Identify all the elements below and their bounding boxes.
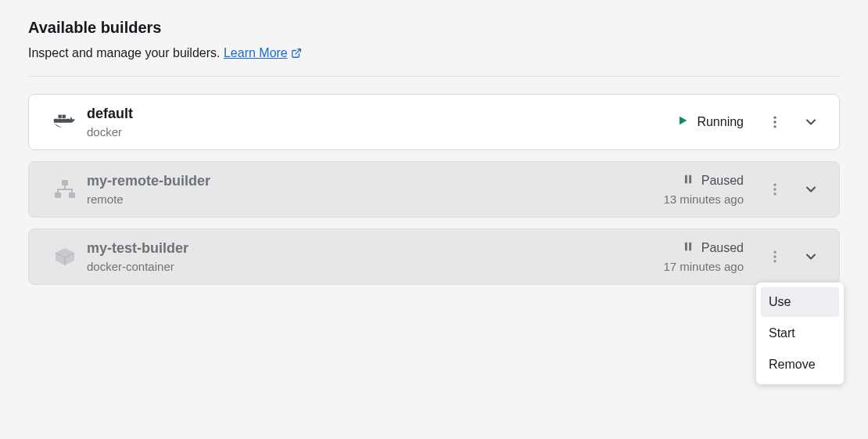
svg-rect-5 — [59, 115, 62, 118]
divider — [28, 76, 840, 77]
svg-point-17 — [773, 188, 776, 190]
expand-button[interactable] — [797, 175, 825, 203]
builder-row: default docker Running — [28, 94, 840, 150]
svg-rect-21 — [685, 242, 687, 250]
svg-point-16 — [773, 184, 776, 186]
svg-point-24 — [773, 255, 776, 257]
container-icon — [43, 246, 87, 267]
chevron-down-icon — [803, 114, 819, 130]
status-timestamp: 13 minutes ago — [663, 193, 744, 206]
builder-name: default — [87, 106, 676, 122]
svg-marker-7 — [680, 117, 687, 125]
svg-point-8 — [773, 117, 776, 119]
svg-rect-14 — [685, 175, 687, 183]
expand-button[interactable] — [797, 108, 825, 136]
kebab-menu-button[interactable] — [761, 243, 789, 271]
svg-point-18 — [773, 193, 776, 195]
menu-item-start[interactable]: Start — [761, 318, 839, 348]
learn-more-link[interactable]: Learn More — [224, 46, 302, 59]
docker-icon — [43, 112, 87, 132]
svg-point-25 — [773, 260, 776, 262]
svg-rect-15 — [689, 175, 691, 183]
builder-action-menu: Use Start Remove — [756, 282, 844, 384]
more-vertical-icon — [767, 182, 783, 197]
external-link-icon — [291, 48, 302, 62]
more-vertical-icon — [767, 114, 783, 130]
svg-rect-12 — [55, 193, 61, 198]
expand-button[interactable] — [797, 243, 825, 271]
builder-driver: remote — [87, 193, 663, 206]
builder-row: my-test-builder docker-container Paused … — [28, 228, 840, 285]
svg-rect-11 — [62, 180, 68, 185]
builder-driver: docker — [87, 125, 676, 139]
pause-icon — [683, 241, 694, 255]
pause-icon — [683, 174, 694, 188]
svg-point-23 — [773, 251, 776, 254]
svg-rect-22 — [689, 242, 691, 250]
chevron-down-icon — [803, 249, 819, 264]
builder-name: my-remote-builder — [87, 173, 663, 189]
status-text: Paused — [701, 241, 744, 255]
svg-point-10 — [773, 125, 776, 128]
status-text: Paused — [701, 174, 744, 188]
menu-item-remove[interactable]: Remove — [761, 350, 839, 380]
status-timestamp: 17 minutes ago — [663, 260, 744, 273]
section-description: Inspect and manage your builders. Learn … — [28, 46, 840, 62]
kebab-menu-button[interactable] — [761, 108, 789, 136]
network-icon — [43, 178, 87, 200]
section-title: Available builders — [28, 19, 840, 37]
svg-line-0 — [296, 49, 300, 54]
section-description-text: Inspect and manage your builders. — [28, 46, 224, 59]
more-vertical-icon — [767, 249, 783, 264]
play-icon — [676, 114, 689, 130]
status-text: Running — [697, 115, 744, 129]
menu-item-use[interactable]: Use — [761, 287, 839, 317]
svg-rect-13 — [69, 193, 75, 198]
chevron-down-icon — [803, 182, 819, 197]
builder-driver: docker-container — [87, 260, 663, 273]
svg-rect-6 — [63, 115, 66, 118]
builder-name: my-test-builder — [87, 240, 663, 257]
kebab-menu-button[interactable] — [761, 175, 789, 203]
builder-row: my-remote-builder remote Paused 13 minut… — [28, 161, 840, 218]
svg-point-9 — [773, 121, 776, 123]
